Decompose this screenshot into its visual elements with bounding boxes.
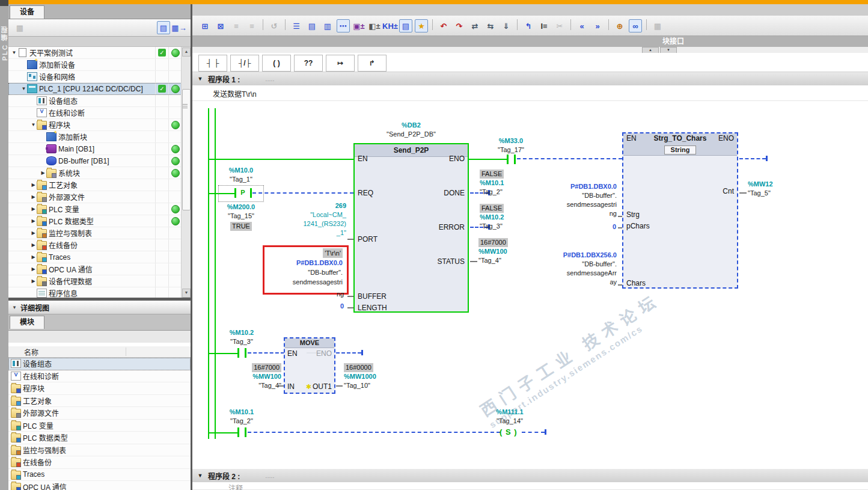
toolbar-filter-icon[interactable]: ▦ [13, 21, 26, 34]
pin-port[interactable]: PORT [358, 235, 377, 243]
toolbar-toggle-comments-icon[interactable]: ⋯ [337, 19, 350, 32]
move-block[interactable]: MOVE EN ENO IN ✱OUT1 [284, 337, 335, 394]
toolbar-reset-pins-icon[interactable]: ↺ [267, 19, 281, 32]
toolbar-operand-display-icon[interactable]: ◧± [368, 19, 381, 32]
toolbar-jump-forward-icon[interactable]: » [591, 19, 604, 32]
strg-operand[interactable]: P#DB1.DBX0.0 "DB-buffer". sendmessagestr… [553, 182, 617, 218]
pin-done[interactable]: DONE [444, 189, 465, 197]
network-1-comment[interactable]: 发送数据T\r\n [192, 85, 868, 101]
scroll-up-button[interactable]: ▲ [182, 47, 191, 57]
toolbar-favorites-display-icon[interactable]: ★ [415, 19, 428, 32]
strg-to-chars-block[interactable]: Strg_TO_Chars String EN ENO Strg pChars … [622, 132, 738, 289]
expander-icon[interactable]: ▶ [30, 206, 37, 212]
favorite-no-contact-button[interactable]: ┤ ├ [198, 55, 227, 72]
req-contact-aux-operand[interactable]: %M200.0 "Tag_15" TRUE [216, 203, 266, 231]
list-item[interactable]: 程序块 [8, 382, 191, 395]
chars-operand[interactable]: P#DB1.DBX256.0 "DB-buffer". sendmessageA… [553, 251, 617, 287]
tree-item[interactable]: ▶OPC UA 通信 [8, 263, 182, 275]
move-in-operand[interactable]: 16#7000 %MW100 "Tag_4" [227, 363, 281, 390]
expander-icon[interactable]: ▶ [30, 182, 37, 188]
list-item[interactable]: OPC UA 通信 [8, 481, 191, 490]
tree-item[interactable]: 在线和诊断 [8, 107, 182, 119]
list-item[interactable]: 在线备份 [8, 456, 191, 469]
pchars-operand[interactable]: 0 [613, 223, 616, 230]
favorite-empty-box-button[interactable]: ?? [294, 55, 323, 72]
move-out-operand[interactable]: 16#0000 %MW1000 "Tag_10" [344, 363, 376, 390]
pin-chars[interactable]: Chars [626, 279, 646, 287]
toolbar-goto-related-icon[interactable]: ↰ [522, 19, 535, 32]
expander-icon[interactable]: ▶ [30, 242, 37, 248]
network-1-header[interactable]: ▼ 程序段 1 : ..... [192, 72, 868, 86]
toolbar-refresh-consistency-icon[interactable]: ⇆ [484, 19, 497, 32]
tree-item[interactable]: DB-buffer [DB1] [8, 155, 182, 167]
toolbar-assignment-list-icon[interactable]: ✂ [553, 19, 566, 32]
done-output-operand[interactable]: FALSE %M10.1 "Tag_2" [480, 170, 504, 197]
p-edge-contact[interactable]: P [237, 189, 248, 196]
tree-item[interactable]: Main [OB1] [8, 143, 182, 155]
port-operand[interactable]: 269 "Local~CM_ 1241_(RS232) _1" [283, 201, 346, 237]
send-p2p-block[interactable]: Send_P2P EN REQ PORT BUFFER LENGTH ENO D… [353, 143, 469, 313]
toolbar-load-snapshot-icon[interactable]: ▦ [651, 19, 664, 32]
pin-req[interactable]: REQ [358, 189, 373, 197]
tree-item[interactable]: ▶监控与强制表 [8, 227, 182, 239]
pin-strg[interactable]: Strg [626, 210, 640, 219]
tree-item[interactable]: 设备组态 [8, 95, 182, 107]
type-selector[interactable]: String [664, 145, 697, 155]
tree-item[interactable]: 添加新块 [8, 131, 182, 143]
tree-item[interactable]: ▶PLC 数据类型 [8, 215, 182, 227]
chevron-down-icon[interactable]: ▾ [8, 304, 20, 310]
pin-en[interactable]: EN [626, 134, 637, 142]
toolbar-jump-back-icon[interactable]: « [575, 19, 588, 32]
buffer-operand[interactable]: 'T\r\n' P#DB1.DBX0.0 "DB-buffer". sendme… [267, 248, 343, 287]
m33-contact-operand[interactable]: %M33.0 "Tag_17" [489, 136, 533, 155]
tree-item[interactable]: ▶在线备份 [8, 239, 182, 251]
pin-in[interactable]: IN [287, 382, 295, 391]
send-p2p-db-label[interactable]: %DB2 "Send_P2P_DB" [353, 121, 469, 139]
tree-item[interactable]: ▼PLC_1 [CPU 1214C DC/DC/DC]✓ [8, 83, 182, 95]
pin-length[interactable]: LENGTH [358, 304, 387, 312]
tree-item[interactable]: 添加新设备 [8, 59, 182, 71]
toolbar-next-error-icon[interactable]: ↷ [453, 19, 466, 32]
toolbar-append-row-icon[interactable]: ≡ [245, 19, 258, 32]
expander-icon[interactable]: ▶ [30, 278, 37, 284]
expander-icon[interactable]: ▶ [30, 218, 37, 224]
scroll-down-button[interactable]: ▼ [182, 289, 191, 298]
toolbar-status-display-icon[interactable]: ▤ [399, 19, 412, 32]
expander-icon[interactable]: ▼ [30, 122, 37, 127]
set-contact-operand[interactable]: %M10.1 "Tag_2" [219, 408, 264, 426]
tree-item[interactable]: ▶PLC 变量 [8, 203, 182, 215]
favorite-coil-button[interactable]: ( ) [262, 55, 291, 72]
favorite-open-branch-button[interactable]: ↦ [326, 55, 355, 72]
pin-eno[interactable]: ENO [718, 134, 734, 142]
tree-item[interactable]: ▶外部源文件 [8, 191, 182, 203]
tree-item[interactable]: ▶工艺对象 [8, 179, 182, 191]
tree-item[interactable]: ▼程序块 [8, 119, 182, 131]
tree-item[interactable]: ▶设备代理数据 [8, 275, 182, 287]
network-2-header[interactable]: ▼ 程序段 2 : ..... [192, 469, 868, 483]
toolbar-close-all-networks-icon[interactable]: ▤ [305, 19, 319, 32]
detail-view-header[interactable]: ▾ 详细视图 [8, 301, 191, 314]
tree-item[interactable]: 设备和网络 [8, 71, 182, 83]
toolbar-insert-row-icon[interactable]: ≡ [230, 19, 243, 32]
toolbar-compare-icon[interactable]: ⊕ [613, 19, 626, 32]
toolbar-update-calls-icon[interactable]: ⇄ [468, 19, 481, 32]
toolbar-monitoring-toggle-icon[interactable]: ∞ [629, 19, 642, 32]
cnt-output-operand[interactable]: %MW12 "Tag_5" [748, 180, 773, 198]
expander-icon[interactable]: ▶ [40, 170, 46, 176]
pin-buffer[interactable]: BUFFER [358, 292, 387, 301]
expander-icon[interactable]: ▼ [20, 86, 27, 91]
expander-icon[interactable]: ▶ [30, 194, 37, 200]
toolbar-box-parameters-icon[interactable]: ▣± [352, 19, 365, 32]
expander-icon[interactable]: ▼ [11, 50, 17, 55]
tree-scrollbar[interactable]: ▲ ▼ [181, 47, 191, 298]
list-item[interactable]: 工艺对象 [8, 395, 191, 408]
status-output-operand[interactable]: 16#7000 %MW100 "Tag_4" [478, 238, 508, 265]
tab-devices[interactable]: 设备 [10, 5, 44, 19]
list-item[interactable]: Traces [8, 469, 191, 482]
collapse-triangle-icon[interactable]: ▼ [192, 473, 208, 479]
set-coil[interactable]: ( S ) [500, 427, 518, 436]
toolbar-call-structure-icon[interactable]: I≡ [537, 19, 551, 32]
move-contact-operand[interactable]: %M10.2 "Tag_3" [219, 328, 264, 346]
pin-eno[interactable]: ENO [449, 155, 465, 163]
scroll-grip[interactable] [183, 104, 188, 108]
